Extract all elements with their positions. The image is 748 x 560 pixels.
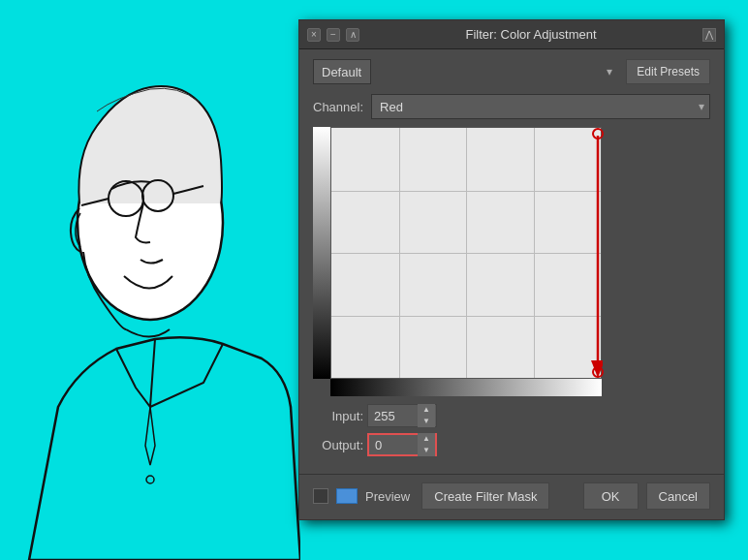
dialog-titlebar: × − ∧ Filter: Color Adjustment ⋀ xyxy=(299,20,724,49)
output-spinner-up[interactable]: ▲ xyxy=(418,433,435,445)
curve-area xyxy=(330,127,602,379)
preview-label: Preview xyxy=(365,489,410,504)
curve-grid[interactable] xyxy=(330,127,602,379)
channel-label: Channel: xyxy=(313,100,363,114)
output-field-wrapper: ▲ ▼ xyxy=(367,433,437,456)
filter-dialog: × − ∧ Filter: Color Adjustment ⋀ Default… xyxy=(298,19,725,520)
input-row: Input: ▲ ▼ xyxy=(313,404,710,427)
cancel-button[interactable]: Cancel xyxy=(646,482,710,510)
curve-control-point-top[interactable] xyxy=(592,128,604,140)
curve-svg xyxy=(331,128,603,380)
input-label: Input: xyxy=(313,409,363,423)
input-spinner-down[interactable]: ▼ xyxy=(418,416,435,427)
channel-row: Channel: Red Green Blue Alpha xyxy=(313,94,710,119)
curve-control-point-bottom[interactable] xyxy=(592,366,604,378)
preview-checkbox[interactable] xyxy=(313,488,328,504)
input-spinner-up[interactable]: ▲ xyxy=(418,404,435,416)
input-field-wrapper: ▲ ▼ xyxy=(367,404,437,427)
preset-row: Default Edit Presets xyxy=(313,59,710,84)
canvas-illustration xyxy=(0,0,300,560)
close-button[interactable]: × xyxy=(307,28,321,42)
channel-select[interactable]: Red Green Blue Alpha xyxy=(371,94,710,119)
preset-select-wrapper: Default xyxy=(313,59,618,84)
input-spinner: ▲ ▼ xyxy=(418,404,435,427)
output-row: Output: ▲ ▼ xyxy=(313,433,710,456)
output-label: Output: xyxy=(313,438,363,452)
output-spinner: ▲ ▼ xyxy=(418,433,435,456)
preset-select[interactable]: Default xyxy=(313,59,371,84)
ok-button[interactable]: OK xyxy=(583,482,639,510)
minimize-button[interactable]: − xyxy=(327,28,340,42)
collapse-button[interactable]: ⋀ xyxy=(702,28,716,42)
channel-select-wrapper: Red Green Blue Alpha xyxy=(371,94,710,119)
preview-icon[interactable] xyxy=(336,488,358,504)
x-axis-gradient xyxy=(330,379,602,396)
curve-container xyxy=(313,127,710,396)
bottom-bar: Preview Create Filter Mask OK Cancel xyxy=(299,474,724,519)
create-filter-mask-button[interactable]: Create Filter Mask xyxy=(421,482,549,510)
y-axis-gradient xyxy=(313,127,330,379)
output-spinner-down[interactable]: ▼ xyxy=(418,445,435,456)
edit-presets-button[interactable]: Edit Presets xyxy=(626,59,710,84)
dialog-body: Default Edit Presets Channel: Red Green … xyxy=(299,49,724,474)
up-button[interactable]: ∧ xyxy=(346,28,359,42)
dialog-title: Filter: Color Adjustment xyxy=(365,27,697,42)
